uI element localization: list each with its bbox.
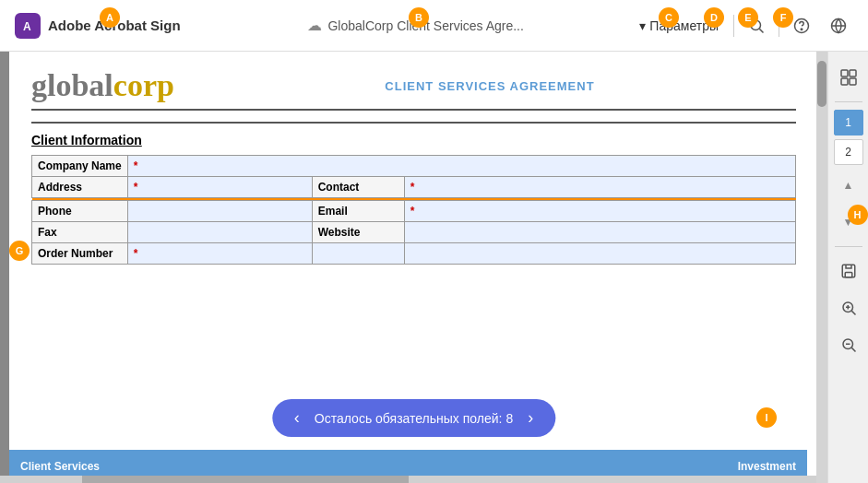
annotation-b: B [409,7,429,28]
svg-point-5 [801,29,803,30]
phone-label: Phone [32,201,128,222]
scroll-up-button[interactable]: ▲ [832,169,865,202]
document-page: G global corp CLIENT SERVICES AGREEMENT … [9,52,818,483]
agreement-title: CLIENT SERVICES AGREEMENT [385,79,594,93]
table-row: Address * Contact * [32,177,796,198]
vertical-scrollbar[interactable] [816,52,827,483]
address-value[interactable]: * [127,177,312,198]
globe-button[interactable] [824,11,853,41]
document-header: global corp CLIENT SERVICES AGREEMENT [31,70,796,111]
page-1-thumb[interactable]: 1 [834,110,863,135]
zoom-in-button[interactable] [832,291,865,324]
footer-right-label: Investment [738,460,796,473]
website-label: Website [312,222,404,243]
fax-label: Fax [32,222,128,243]
svg-rect-9 [850,70,856,77]
annotation-e: E [738,7,758,28]
svg-rect-10 [841,78,848,85]
table-row: Company Name * [32,156,796,177]
svg-line-17 [851,311,855,314]
email-label: Email [312,201,404,222]
app-header: A B C D E F A Adobe Acrobat Sign ☁ Globa… [0,0,868,52]
phone-value[interactable] [127,201,312,222]
grid-view-button[interactable] [832,61,865,94]
table-row: Fax Website [32,222,796,243]
table-row: Order Number * [32,243,796,265]
annotation-i: I [756,407,777,428]
annotation-f: F [773,7,793,28]
order-number-value[interactable]: * [127,243,312,265]
sidebar-divider1 [835,101,862,102]
website-value[interactable] [404,222,795,243]
next-field-button[interactable]: › [528,408,533,428]
sidebar-divider2 [835,246,862,247]
svg-rect-11 [850,78,856,85]
svg-line-3 [759,29,763,32]
address-label: Address [32,177,128,198]
svg-line-20 [851,348,855,351]
logo-corp: corp [113,70,174,101]
globalcorp-logo: global corp [31,70,174,101]
company-name-label: Company Name [32,156,128,177]
header-rule [31,122,796,124]
required-fields-text: Осталось обязательных полей: 8 [315,411,513,426]
fax-value[interactable] [127,222,312,243]
cloud-icon: ☁ [307,17,322,34]
header-divider [733,15,734,37]
table-row: Phone Email * [32,201,796,222]
svg-text:A: A [23,20,31,33]
svg-rect-12 [842,265,855,277]
svg-rect-13 [845,273,852,277]
annotation-a: A [100,7,120,28]
svg-rect-8 [841,70,848,77]
zoom-out-button[interactable] [832,328,865,361]
annotation-h: H [848,205,868,225]
scrollbar-thumb [817,61,826,107]
h-scrollbar-thumb [82,476,409,483]
empty-cell1 [312,243,404,265]
empty-cell2 [404,243,795,265]
document-area: G global corp CLIENT SERVICES AGREEMENT … [0,52,827,483]
annotation-c: C [659,7,679,28]
contact-value[interactable]: * [404,177,795,198]
footer-left-label: Client Services [20,460,100,473]
client-info-table: Company Name * Address * Contact * [31,155,796,265]
section-title: Client Information [31,133,796,147]
contact-label: Contact [312,177,404,198]
acrobat-sign-icon: A [15,13,41,39]
save-button[interactable] [832,254,865,288]
params-chevron: ▾ [639,18,646,33]
agreement-title-area: CLIENT SERVICES AGREEMENT [184,77,796,94]
annotation-g: G [9,241,30,261]
required-fields-bar: ‹ Осталось обязательных полей: 8 › [272,399,555,437]
annotation-d: D [704,7,724,28]
order-number-label: Order Number [32,243,128,265]
email-value[interactable]: * [404,201,795,222]
company-name-value[interactable]: * [127,156,795,177]
prev-field-button[interactable]: ‹ [294,408,300,428]
right-sidebar: H I 1 2 ▲ ▼ [827,52,868,483]
logo-global: global [31,70,113,101]
horizontal-scrollbar[interactable] [0,476,816,483]
page-2-thumb[interactable]: 2 [834,139,863,165]
main-container: G global corp CLIENT SERVICES AGREEMENT … [0,52,868,483]
